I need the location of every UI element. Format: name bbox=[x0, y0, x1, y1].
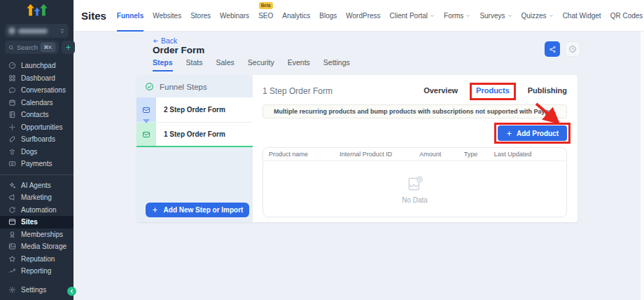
add-new-step-button[interactable]: Add New Step or Import bbox=[146, 203, 249, 217]
topnav-item-websites[interactable]: Websites bbox=[153, 0, 181, 32]
sidebar-item-label: Calendars bbox=[21, 99, 53, 107]
tab-stats[interactable]: Stats bbox=[186, 58, 203, 71]
sidebar-item-automation[interactable]: Automation bbox=[0, 204, 74, 217]
topnav-item-quizzes[interactable]: Quizzes bbox=[522, 0, 554, 32]
share-icon bbox=[549, 46, 556, 53]
topnav-item-seo[interactable]: BetaSEO bbox=[258, 0, 273, 32]
add-product-button[interactable]: Add Product bbox=[498, 125, 567, 141]
marketing-icon bbox=[8, 193, 16, 201]
check-circle-icon bbox=[145, 82, 154, 91]
tab-sales[interactable]: Sales bbox=[216, 58, 234, 71]
paypal-warning-banner: Multiple recurring products and bump pro… bbox=[262, 104, 567, 118]
search-placeholder: Search bbox=[17, 43, 38, 51]
quick-add-button[interactable] bbox=[62, 41, 75, 54]
sidebar-item-dogs[interactable]: Dogs bbox=[0, 146, 74, 158]
sidebar-item-memberships[interactable]: Memberships bbox=[0, 229, 74, 241]
sidebar-item-payments[interactable]: Payments bbox=[0, 158, 74, 170]
account-selector[interactable] bbox=[5, 24, 69, 38]
back-link[interactable]: Back bbox=[153, 36, 177, 45]
tab-steps[interactable]: Steps bbox=[153, 58, 173, 71]
topnav-item-webinars[interactable]: Webinars bbox=[220, 0, 249, 32]
topnav-item-surveys[interactable]: Surveys bbox=[479, 0, 512, 32]
sidebar-item-ai-agents[interactable]: AI Agents bbox=[0, 179, 74, 192]
plus-icon bbox=[152, 207, 158, 213]
sidebar-item-label: AI Agents bbox=[21, 182, 51, 189]
column-amount: Amount bbox=[414, 151, 458, 158]
calendars-icon bbox=[8, 99, 16, 107]
launchpad-icon bbox=[8, 62, 16, 69]
funnel-step-item[interactable]: 2 Step Order Form bbox=[136, 97, 253, 122]
sidebar-item-media-storage[interactable]: Media Storage bbox=[0, 240, 74, 253]
funnel-card: Funnel Steps 2 Step Order Form 1 Step Or… bbox=[136, 75, 578, 222]
sidebar-item-label: Settings bbox=[21, 286, 46, 294]
sidebar-item-label: Payments bbox=[21, 160, 52, 168]
share-button[interactable] bbox=[545, 41, 560, 57]
top-navigation-bar: Sites Funnels Websites Stores Webinars B… bbox=[74, 0, 644, 32]
tab-products[interactable]: Products bbox=[476, 86, 510, 100]
sidebar-item-calendars[interactable]: Calendars bbox=[0, 97, 74, 109]
chevron-left-icon bbox=[69, 289, 74, 294]
chevron-down-icon bbox=[430, 13, 435, 18]
topnav-item-wordpress[interactable]: WordPress bbox=[346, 0, 380, 32]
topnav-item-qr-codes[interactable]: QR Codes bbox=[610, 0, 643, 32]
clock-icon bbox=[568, 45, 577, 53]
sidebar-item-label: Dashboard bbox=[21, 74, 55, 82]
app-logo bbox=[0, 0, 74, 21]
arrow-left-icon bbox=[153, 38, 159, 44]
opportunities-icon bbox=[8, 123, 16, 131]
sidebar-item-label: Media Storage bbox=[21, 243, 66, 250]
sidebar-item-reporting[interactable]: Reporting bbox=[0, 265, 74, 278]
payments-icon bbox=[8, 160, 16, 168]
sidebar-item-surfboards[interactable]: Surfboards bbox=[0, 133, 74, 146]
sidebar-item-label: Contacts bbox=[21, 111, 48, 118]
tab-settings[interactable]: Settings bbox=[323, 58, 350, 71]
sidebar-divider bbox=[0, 175, 74, 175]
ai-agents-icon bbox=[8, 182, 16, 189]
topnav-item-forms[interactable]: Forms bbox=[444, 0, 470, 32]
tab-publishing[interactable]: Publishing bbox=[528, 86, 567, 98]
search-input[interactable]: Search ⌘K bbox=[5, 41, 59, 54]
topnav-item-stores[interactable]: Stores bbox=[190, 0, 211, 32]
sidebar-item-launchpad[interactable]: Launchpad bbox=[0, 60, 74, 72]
funnel-steps-panel: Funnel Steps 2 Step Order Form 1 Step Or… bbox=[136, 75, 253, 222]
sidebar-item-label: Marketing bbox=[21, 193, 52, 201]
topnav-item-analytics[interactable]: Analytics bbox=[282, 0, 310, 32]
tab-overview[interactable]: Overview bbox=[424, 86, 458, 98]
sidebar-item-label: Reporting bbox=[21, 267, 51, 275]
memberships-icon bbox=[8, 231, 16, 238]
column-last-updated: Last Updated bbox=[489, 151, 566, 158]
sidebar-item-sites[interactable]: Sites bbox=[0, 216, 74, 229]
order-form-tabs: Steps Stats Sales Security Events Settin… bbox=[153, 58, 350, 71]
sidebar-item-label: Launchpad bbox=[21, 62, 56, 69]
tab-events[interactable]: Events bbox=[288, 58, 310, 71]
automation-icon bbox=[8, 206, 16, 214]
sidebar-item-marketing[interactable]: Marketing bbox=[0, 191, 74, 204]
sidebar-collapse-button[interactable] bbox=[67, 287, 76, 296]
column-type: Type bbox=[458, 151, 489, 158]
sidebar-item-dashboard[interactable]: Dashboard bbox=[0, 72, 74, 85]
plus-icon bbox=[65, 44, 71, 50]
sidebar-item-settings[interactable]: Settings bbox=[0, 284, 74, 296]
sidebar-item-label: Conversations bbox=[21, 86, 66, 94]
plus-icon bbox=[506, 130, 512, 137]
sites-icon bbox=[8, 218, 16, 226]
scrollbar-track[interactable] bbox=[640, 32, 644, 300]
sidebar-item-contacts[interactable]: Contacts bbox=[0, 109, 74, 121]
sidebar-item-conversations[interactable]: Conversations bbox=[0, 84, 74, 97]
account-avatar bbox=[8, 27, 15, 34]
no-data-label: No Data bbox=[402, 196, 428, 204]
version-history-button[interactable] bbox=[565, 41, 580, 57]
funnel-step-item-selected[interactable]: 1 Step Order Form bbox=[136, 123, 253, 147]
tab-security[interactable]: Security bbox=[248, 58, 274, 71]
topnav-item-client-portal[interactable]: Client Portal bbox=[390, 0, 435, 32]
sidebar-item-opportunities[interactable]: Opportunities bbox=[0, 121, 74, 134]
topnav-item-chat-widget[interactable]: Chat Widget bbox=[563, 0, 601, 32]
topnav-item-funnels[interactable]: Funnels bbox=[117, 0, 144, 32]
step-detail-title: 1 Step Order Form bbox=[262, 84, 332, 96]
envelope-icon bbox=[136, 97, 156, 122]
sidebar-item-reputation[interactable]: Reputation bbox=[0, 253, 74, 266]
topnav-item-blogs[interactable]: Blogs bbox=[319, 0, 337, 32]
no-data-icon bbox=[406, 175, 424, 193]
sidebar-item-label: Opportunities bbox=[21, 123, 62, 131]
reputation-icon bbox=[8, 255, 16, 263]
